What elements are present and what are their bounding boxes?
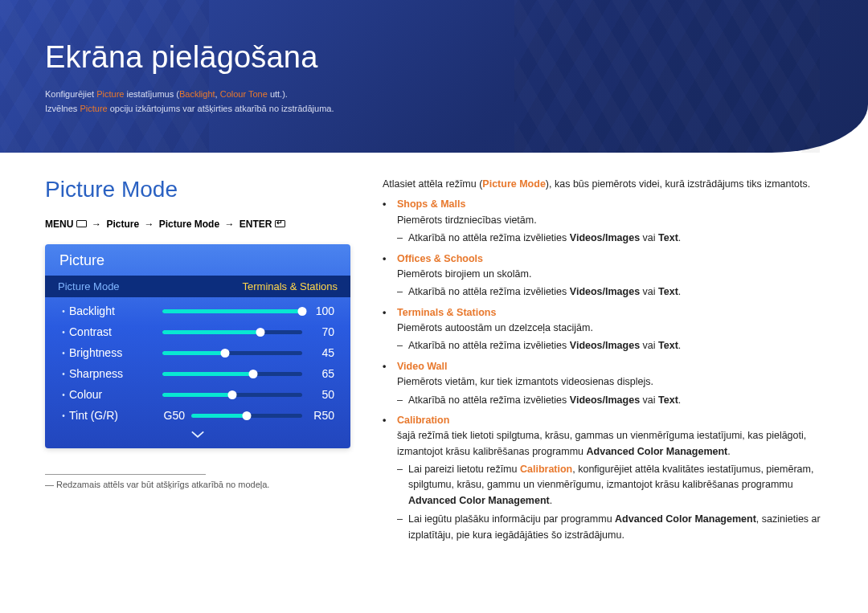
osd-header: Picture [45,244,350,276]
osd-row: •Colour50 [55,384,341,405]
osd-row-label: Tint (G/R) [69,409,158,422]
arrow-icon: → [222,219,236,230]
mode-item: •Offices & SchoolsPiemērots birojiem un … [383,251,823,283]
bullet-icon: • [58,411,69,420]
dash-icon: – [397,393,408,408]
dash-icon: – [397,284,408,300]
bullet-icon: • [383,197,397,228]
osd-tint-r: R50 [307,409,338,422]
osd-row: •Contrast70 [55,321,341,342]
osd-row-tint: •Tint (G/R)G50R50 [55,405,341,426]
keyword-text: Text [658,286,678,297]
content-area: Picture Mode MENU → Picture → Picture Mo… [0,153,868,546]
intro-text: utt.). [268,89,288,99]
mode-subnote-text: Atkarībā no attēla režīma izvēlieties Vi… [408,338,681,353]
keyword-picture-mode: Picture Mode [482,178,546,190]
keyword-text: Text [658,340,678,351]
osd-row: •Sharpness65 [55,363,341,384]
nav-picture-mode: Picture Mode [159,219,219,230]
osd-tint-g: G50 [158,409,186,422]
nav-picture: Picture [106,219,139,230]
footnote-rule [45,474,206,475]
nav-enter: ENTER [240,219,272,230]
keyword-acm: Advanced Color Management [615,513,756,525]
osd-row-label: Brightness [69,346,158,359]
footnote-text: Redzamais attēls var būt atšķirīgs atkar… [56,480,269,489]
osd-slider[interactable] [162,309,302,313]
bullet-icon: • [383,305,397,337]
keyword-calibration: Calibration [520,464,572,475]
bullet-icon: • [58,370,69,378]
osd-tint-slider[interactable] [191,414,302,418]
right-column: Atlasiet attēla režīmu (Picture Mode), k… [383,177,823,546]
mode-body: Terminals & StationsPiemērots autoostām … [397,305,593,337]
mode-body: Offices & SchoolsPiemērots birojiem un s… [397,251,531,283]
bullet-icon: • [58,328,69,337]
keyword-videos-images: Videos/Images [570,394,640,406]
mode-item: •Video WallPiemērots vietām, kur tiek iz… [383,359,823,390]
osd-slider[interactable] [162,372,302,376]
osd-row: •Brightness45 [55,342,341,363]
osd-row-value: 65 [307,367,338,380]
intro-line-1: Konfigurējiet Picture iestatījumus (Back… [45,88,823,102]
bullet-icon: • [58,307,69,316]
mode-subnote: –Atkarībā no attēla režīma izvēlieties V… [397,284,823,300]
dash-icon: – [397,338,408,353]
mode-subnote: –Atkarībā no attēla režīma izvēlieties V… [397,231,823,246]
footnote: ― Redzamais attēls var būt atšķirīgs atk… [45,480,350,489]
osd-row: •Backlight100 [55,300,341,321]
text: Atlasiet attēla režīmu ( [383,178,482,190]
osd-row-label: Sharpness [69,367,158,380]
mode-desc: Piemērots vietām, kur tiek izmantots vid… [397,376,653,387]
keyword-colour-tone: Colour Tone [220,89,268,99]
keyword-videos-images: Videos/Images [570,340,640,351]
osd-panel: Picture Picture Mode Terminals & Station… [45,244,350,448]
intro-text: Izvēlnes [45,104,80,113]
keyword-acm: Advanced Color Management [587,446,728,457]
bullet-icon: • [383,251,397,283]
arrow-icon: → [141,219,156,230]
osd-row-value: 45 [307,346,338,359]
dash-icon: – [397,512,408,543]
dash-icon: – [397,462,408,509]
mode-name: Video Wall [397,361,448,372]
mode-item: •Terminals & StationsPiemērots autoostām… [383,305,823,337]
keyword-videos-images: Videos/Images [570,232,640,243]
mode-name: Terminals & Stations [397,307,496,318]
page-title: Ekrāna pielāgošana [45,40,823,75]
osd-row-value: 70 [307,325,338,338]
modes-list: •Shops & MallsPiemērots tirdzniecības vi… [383,197,823,543]
mode-subnote: –Atkarībā no attēla režīma izvēlieties V… [397,338,823,353]
calibration-subnote: –Lai iegūtu plašāku informāciju par prog… [397,512,823,543]
dash-icon: – [397,231,408,246]
osd-subheader-value: Terminals & Stations [243,280,338,292]
chevron-down-icon [190,430,205,439]
menu-icon [76,220,87,227]
keyword-text: Text [658,232,678,243]
bullet-icon: • [383,413,397,460]
keyword-picture: Picture [80,104,107,113]
osd-subheader: Picture Mode Terminals & Stations [45,276,350,297]
osd-more-indicator [45,427,350,448]
intro-line-2: Izvēlnes Picture opciju izkārtojums var … [45,102,823,116]
mode-body: Calibrationšajā režīmā tiek lietoti spil… [397,413,823,460]
subnote-text: Lai pareizi lietotu režīmu Calibration, … [408,462,823,509]
nav-menu: MENU [45,219,73,230]
calibration-subnote: –Lai pareizi lietotu režīmu Calibration,… [397,462,823,509]
bullet-icon: • [383,359,397,390]
intro-text: iestatījumus ( [124,89,178,99]
mode-body: Video WallPiemērots vietām, kur tiek izm… [397,359,653,390]
osd-row-label: Colour [69,388,158,401]
mode-desc: šajā režīmā tiek lietoti spilgtuma, krās… [397,430,806,456]
osd-row-value: 50 [307,388,338,401]
arrow-icon: → [89,219,104,230]
osd-slider[interactable] [162,330,302,334]
intro-text: opciju izkārtojums var atšķirties atkarī… [108,104,334,113]
mode-item-calibration: •Calibrationšajā režīmā tiek lietoti spi… [383,413,823,460]
osd-slider[interactable] [162,393,302,397]
mode-name: Offices & Schools [397,253,483,264]
osd-slider[interactable] [162,351,302,355]
lead-sentence: Atlasiet attēla režīmu (Picture Mode), k… [383,177,823,192]
keyword-picture: Picture [96,89,124,99]
subnote-text: Lai iegūtu plašāku informāciju par progr… [408,512,823,543]
